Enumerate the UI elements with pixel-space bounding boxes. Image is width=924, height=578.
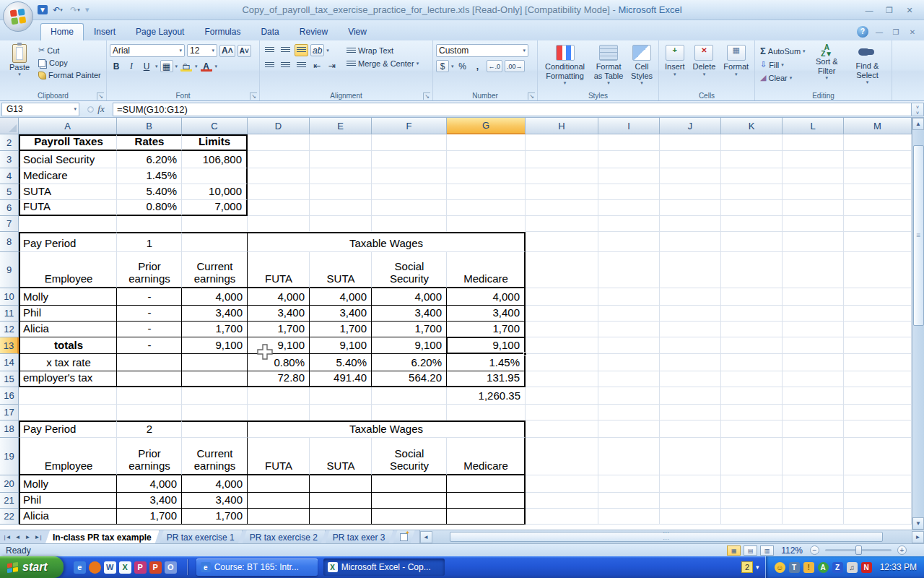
find-select-button[interactable]: Find & Select▾ (846, 43, 889, 90)
insert-function-icon[interactable]: fx (97, 103, 104, 115)
cell-L20[interactable] (783, 475, 844, 493)
cell-J15[interactable] (660, 371, 721, 387)
decrease-indent-icon[interactable]: ⇤ (310, 59, 323, 72)
firefox-quicklaunch-icon[interactable] (89, 561, 101, 574)
sheet-tab-in-class-pr-tax-example[interactable]: In-class PR tax example (45, 530, 160, 543)
cell-H17[interactable] (526, 405, 598, 420)
cell-A17[interactable] (19, 405, 117, 420)
start-button[interactable]: start (0, 556, 64, 578)
clear-button[interactable]: ◢Clear▾ (758, 72, 808, 83)
insert-worksheet-tab[interactable] (393, 530, 415, 543)
cell-A10[interactable]: Molly (19, 288, 117, 306)
cell-M12[interactable] (844, 322, 912, 337)
row-header-20[interactable]: 20 (0, 475, 19, 493)
cell-C3[interactable]: 106,800 (182, 151, 248, 168)
decrease-decimal-icon[interactable]: .00→ (505, 60, 525, 72)
shrink-font-icon[interactable]: A˅ (237, 45, 251, 57)
security-shield-tray-icon[interactable]: ! (803, 562, 814, 573)
cell-H16[interactable] (526, 387, 598, 405)
cell-K14[interactable] (721, 354, 783, 371)
cell-E16[interactable] (310, 387, 372, 405)
cell-L22[interactable] (783, 509, 844, 525)
cell-E20[interactable] (310, 475, 372, 493)
cell-E17[interactable] (310, 405, 372, 420)
row-header-17[interactable]: 17 (0, 405, 19, 420)
alignment-dialog-launcher-icon[interactable]: ↘ (423, 92, 430, 100)
scroll-left-icon[interactable]: ◄ (420, 531, 432, 543)
cell-B6[interactable]: 0.80% (117, 200, 182, 216)
cell-K12[interactable] (721, 322, 783, 337)
cell-G9[interactable]: Medicare (447, 252, 526, 288)
cell-M3[interactable] (844, 151, 912, 168)
column-header-G[interactable]: G (447, 118, 526, 134)
cell-I8[interactable] (598, 232, 660, 252)
workbook-restore-button[interactable]: ❐ (890, 28, 902, 36)
fill-color-icon[interactable]: 🗀 (180, 60, 193, 72)
cell-C7[interactable] (182, 216, 248, 232)
cell-K22[interactable] (721, 509, 783, 525)
cell-L21[interactable] (783, 493, 844, 509)
cell-J13[interactable] (660, 337, 721, 354)
cell-J5[interactable] (660, 184, 721, 200)
cell-G17[interactable] (447, 405, 526, 420)
cell-B13[interactable]: - (117, 337, 182, 354)
cell-G11[interactable]: 3,400 (447, 306, 526, 322)
cell-F22[interactable] (372, 509, 447, 525)
cell-J7[interactable] (660, 216, 721, 232)
page-break-view-icon[interactable]: ▥ (760, 545, 774, 556)
cell-D15[interactable]: 72.80 (248, 371, 310, 387)
cell-B10[interactable]: - (117, 288, 182, 306)
cell-H8[interactable] (526, 232, 598, 252)
cell-C16[interactable] (182, 387, 248, 405)
cell-L10[interactable] (783, 288, 844, 306)
cell-H2[interactable] (526, 134, 598, 151)
row-header-3[interactable]: 3 (0, 151, 19, 168)
row-header-4[interactable]: 4 (0, 168, 19, 184)
cell-I3[interactable] (598, 151, 660, 168)
autosum-button[interactable]: ΣAutoSum▾ (758, 45, 808, 57)
cell-D17[interactable] (248, 405, 310, 420)
redo-icon[interactable]: ↷▾ (68, 4, 82, 17)
cell-J20[interactable] (660, 475, 721, 493)
cell-J2[interactable] (660, 134, 721, 151)
ribbon-tab-data[interactable]: Data (250, 23, 289, 40)
increase-indent-icon[interactable]: ⇥ (326, 59, 339, 72)
cell-F16[interactable] (372, 387, 447, 405)
cell-J6[interactable] (660, 200, 721, 216)
cell-I10[interactable] (598, 288, 660, 306)
cell-M5[interactable] (844, 184, 912, 200)
cell-C4[interactable] (182, 168, 248, 184)
zoom-in-icon[interactable]: + (897, 545, 907, 555)
cell-K7[interactable] (721, 216, 783, 232)
cell-H15[interactable] (526, 371, 598, 387)
cell-E19[interactable]: SUTA (310, 438, 372, 475)
clipboard-dialog-launcher-icon[interactable]: ↘ (97, 92, 104, 100)
cell-A14[interactable]: x tax rate (19, 354, 117, 371)
cell-J10[interactable] (660, 288, 721, 306)
save-icon[interactable]: ▼ (38, 5, 48, 14)
cell-J21[interactable] (660, 493, 721, 509)
cell-G22[interactable] (447, 509, 526, 525)
cell-A2[interactable]: Payroll Taxes (19, 134, 117, 151)
cell-G6[interactable] (447, 200, 526, 216)
cell-A20[interactable]: Molly (19, 475, 117, 493)
comma-format-icon[interactable]: , (471, 60, 484, 72)
cell-F3[interactable] (372, 151, 447, 168)
cell-L18[interactable] (783, 420, 844, 438)
cell-E5[interactable] (310, 184, 372, 200)
cell-B9[interactable]: Prior earnings (117, 252, 182, 288)
cell-C22[interactable]: 1,700 (182, 509, 248, 525)
cell-G16[interactable]: 1,260.35 (447, 387, 526, 405)
zoom-out-icon[interactable]: − (810, 545, 819, 555)
name-box[interactable]: G13▾ (1, 103, 79, 116)
cell-J12[interactable] (660, 322, 721, 337)
expand-formula-bar-icon[interactable]: ˅˅ (911, 103, 924, 116)
cell-H7[interactable] (526, 216, 598, 232)
ribbon-tab-view[interactable]: View (338, 23, 377, 40)
cell-E7[interactable] (310, 216, 372, 232)
cell-D9[interactable]: FUTA (248, 252, 310, 288)
ribbon-tab-formulas[interactable]: Formulas (194, 23, 250, 40)
cell-E9[interactable]: SUTA (310, 252, 372, 288)
cell-G14[interactable]: 1.45% (447, 354, 526, 371)
cell-F20[interactable] (372, 475, 447, 493)
